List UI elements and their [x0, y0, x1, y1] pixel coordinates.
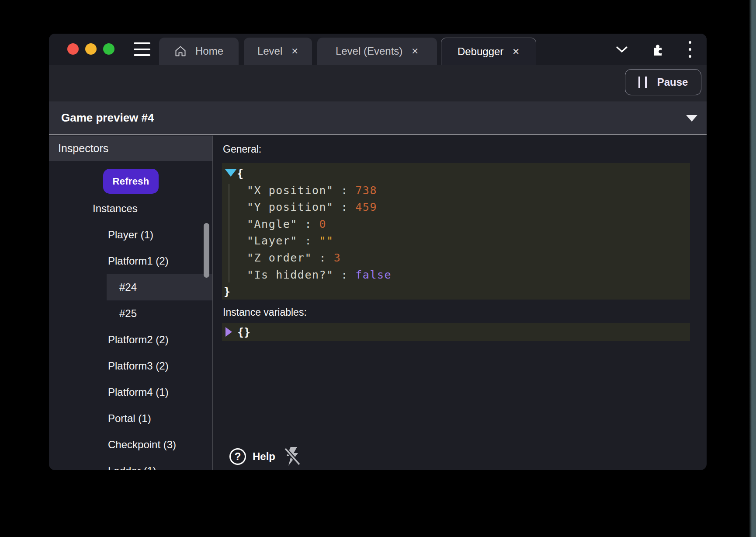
tab-home[interactable]: Home — [159, 38, 239, 65]
inspector-pane: General: { "X position" : 738 "Y positio… — [213, 136, 707, 470]
open-brace: { — [237, 167, 244, 180]
collapse-caret-icon[interactable] — [686, 115, 697, 122]
property-key: "Z order" — [247, 251, 312, 264]
extensions-puzzle-icon[interactable] — [650, 42, 664, 56]
titlebar-actions — [608, 34, 707, 65]
help-label: Help — [253, 450, 275, 463]
instance-variables-json-viewer: {} — [222, 323, 690, 341]
tab-label: Debugger — [458, 45, 503, 58]
sidebar-item-instance-25[interactable]: #25 — [49, 300, 212, 327]
app-window: Home Level ✕ Level (Events) ✕ Debugger ✕ — [49, 34, 707, 470]
property-value[interactable]: 3 — [334, 251, 341, 264]
question-mark-icon: ? — [229, 448, 246, 465]
property-value[interactable]: 459 — [355, 201, 377, 213]
footer-actions: ? Help — [229, 447, 302, 466]
property-key: "Layer" — [247, 234, 298, 247]
empty-object-braces: {} — [237, 326, 250, 338]
desktop-background: Home Level ✕ Level (Events) ✕ Debugger ✕ — [0, 0, 756, 537]
close-brace: } — [224, 285, 231, 298]
indent-guide — [229, 184, 229, 282]
sidebar-scrollbar[interactable] — [204, 223, 209, 278]
tab-label: Level — [257, 45, 282, 57]
tab-label: Home — [195, 45, 223, 57]
sidebar-item-platform2[interactable]: Platform2 (2) — [49, 327, 212, 353]
kebab-menu-icon[interactable] — [688, 41, 692, 58]
property-key: "Angle" — [247, 218, 298, 230]
tab-debugger[interactable]: Debugger ✕ — [441, 38, 536, 65]
close-tab-icon[interactable]: ✕ — [291, 47, 298, 56]
sidebar-item-checkpoint[interactable]: Checkpoint (3) — [49, 432, 212, 458]
property-key: "Y position" — [247, 201, 334, 213]
expand-node-icon[interactable] — [225, 327, 232, 337]
close-window-button[interactable] — [67, 43, 79, 55]
maximize-window-button[interactable] — [103, 43, 114, 55]
minimize-window-button[interactable] — [85, 43, 97, 55]
close-tab-icon[interactable]: ✕ — [512, 47, 520, 56]
general-json-viewer: { "X position" : 738 "Y position" : 459 … — [222, 163, 690, 300]
inspectors-header: Inspectors — [49, 136, 212, 161]
pause-button[interactable]: Pause — [625, 69, 701, 95]
titlebar: Home Level ✕ Level (Events) ✕ Debugger ✕ — [49, 34, 707, 65]
property-value[interactable]: false — [355, 268, 392, 281]
sidebar-item-portal[interactable]: Portal (1) — [49, 405, 212, 432]
home-icon — [174, 45, 187, 57]
tab-level[interactable]: Level ✕ — [244, 38, 312, 65]
property-key: "X position" — [247, 184, 334, 197]
sidebar-item-instances[interactable]: Instances — [49, 195, 212, 222]
instances-list: Instances Player (1) Platform1 (2) #24 #… — [49, 195, 212, 470]
property-value[interactable]: 738 — [355, 184, 377, 197]
game-preview-title: Game preview #4 — [61, 111, 154, 125]
pause-label: Pause — [657, 76, 688, 88]
game-preview-header[interactable]: Game preview #4 — [49, 101, 707, 135]
debugger-body: Inspectors Refresh Instances Player (1) … — [49, 136, 707, 470]
pause-icon — [638, 77, 647, 88]
refresh-button[interactable]: Refresh — [103, 169, 159, 194]
tab-label: Level (Events) — [336, 45, 402, 57]
close-tab-icon[interactable]: ✕ — [411, 47, 419, 56]
background-edge-glow — [749, 0, 756, 537]
inspectors-header-label: Inspectors — [58, 142, 108, 155]
tab-bar: Home Level ✕ Level (Events) ✕ Debugger ✕ — [159, 38, 536, 65]
tab-level-events[interactable]: Level (Events) ✕ — [317, 38, 437, 65]
sidebar-item-ladder[interactable]: Ladder (1) — [49, 458, 212, 470]
sidebar-item-platform1[interactable]: Platform1 (2) — [49, 248, 212, 274]
property-value[interactable]: "" — [319, 234, 334, 247]
instance-variables-label: Instance variables: — [223, 307, 307, 318]
sidebar-item-platform4[interactable]: Platform4 (1) — [49, 379, 212, 405]
debugger-toolbar: Pause — [49, 65, 707, 101]
sidebar-item-instance-24[interactable]: #24 — [107, 274, 212, 300]
inspectors-sidebar: Inspectors Refresh Instances Player (1) … — [49, 136, 212, 470]
general-label: General: — [223, 143, 261, 155]
chevron-down-icon[interactable] — [615, 45, 628, 53]
sidebar-item-platform3[interactable]: Platform3 (2) — [49, 353, 212, 379]
sidebar-item-player[interactable]: Player (1) — [49, 222, 212, 248]
help-button[interactable]: ? Help — [229, 448, 275, 465]
property-key: "Is hidden?" — [247, 268, 334, 281]
collapse-node-icon[interactable] — [225, 169, 236, 177]
menu-hamburger-icon[interactable] — [134, 42, 150, 56]
flash-off-icon[interactable] — [283, 446, 302, 467]
property-value[interactable]: 0 — [319, 218, 327, 230]
